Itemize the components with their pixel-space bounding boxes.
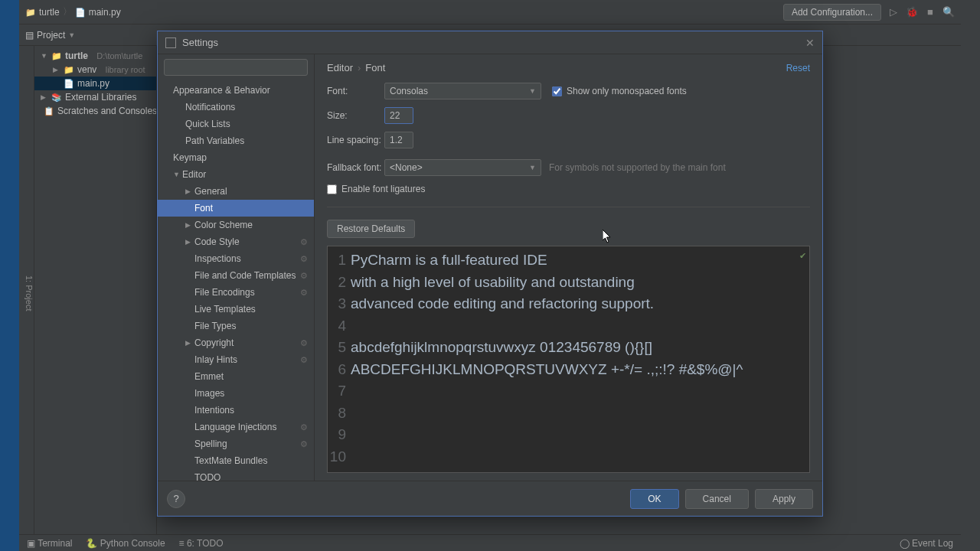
nav-color-scheme[interactable]: ▶Color Scheme (158, 217, 314, 233)
run-icon[interactable]: ▷ (887, 6, 900, 18)
nav-spelling[interactable]: Spelling⚙ (158, 435, 314, 452)
nav-file-templates[interactable]: File and Code Templates⚙ (158, 267, 314, 284)
fallback-select[interactable]: <None>▼ (384, 159, 541, 176)
folder-icon: ▤ (25, 30, 34, 41)
left-tool-tab[interactable]: 1: Project (19, 46, 34, 534)
monospace-checkbox[interactable] (552, 86, 562, 96)
nav-live-templates[interactable]: Live Templates (158, 301, 314, 318)
nav-quick-lists[interactable]: Quick Lists (158, 116, 314, 132)
chevron-down-icon: ▼ (41, 52, 48, 60)
apply-button[interactable]: Apply (755, 489, 813, 509)
project-label: Project (37, 30, 65, 41)
gear-icon: ⚙ (300, 237, 308, 247)
statusbar: ▣ Terminal 🐍 Python Console ≡ 6: TODO ◯ … (19, 534, 961, 551)
breadcrumb: turtle 〉 main.py (25, 5, 121, 18)
nav-emmet[interactable]: Emmet (158, 368, 314, 385)
library-icon: 📚 (51, 93, 62, 103)
nav-inspections[interactable]: Inspections⚙ (158, 250, 314, 267)
nav-appearance[interactable]: Appearance & Behavior (158, 82, 314, 99)
tree-root[interactable]: ▼📁turtle D:\tom\turtle (34, 49, 156, 63)
chevron-right-icon: ▶ (185, 339, 194, 347)
project-view-dropdown[interactable]: ▤ Project ▼ (25, 30, 75, 41)
settings-nav: Appearance & Behavior Notifications Quic… (158, 54, 315, 481)
gear-icon: ⚙ (300, 288, 308, 298)
nav-images[interactable]: Images (158, 385, 314, 402)
nav-language-injections[interactable]: Language Injections⚙ (158, 419, 314, 435)
python-console-tab[interactable]: 🐍 Python Console (86, 538, 165, 549)
scratch-icon: 📋 (44, 106, 54, 116)
font-label: Font: (327, 86, 384, 96)
chevron-right-icon: ▶ (185, 221, 194, 229)
nav-code-style[interactable]: ▶Code Style⚙ (158, 233, 314, 250)
nav-file-types[interactable]: File Types (158, 318, 314, 334)
size-label: Size: (327, 110, 384, 121)
nav-font[interactable]: Font (158, 200, 314, 217)
font-select[interactable]: Consolas▼ (384, 83, 541, 99)
gear-icon: ⚙ (300, 254, 308, 264)
restore-defaults-button[interactable]: Restore Defaults (327, 220, 415, 238)
nav-inlay-hints[interactable]: Inlay Hints⚙ (158, 351, 314, 368)
folder-icon: 📁 (51, 51, 62, 61)
check-icon: ✔ (799, 249, 806, 262)
python-file-icon (75, 7, 86, 18)
settings-search-input[interactable] (164, 59, 308, 76)
add-configuration-button[interactable]: Add Configuration... (783, 4, 881, 21)
event-log-tab[interactable]: ◯ Event Log (900, 538, 953, 549)
chevron-right-icon: ▶ (41, 93, 48, 101)
search-icon[interactable]: 🔍 (942, 6, 955, 18)
gear-icon: ⚙ (300, 439, 308, 449)
settings-dialog: Settings ✕ Appearance & Behavior Notific… (157, 31, 823, 517)
tree-venv[interactable]: ▶📁venv library root (34, 63, 156, 77)
project-tree: ▼📁turtle D:\tom\turtle ▶📁venv library ro… (34, 46, 157, 534)
nav-keymap[interactable]: Keymap (158, 149, 314, 166)
chevron-down-icon: ▼ (68, 31, 75, 39)
line-spacing-input[interactable] (384, 132, 413, 148)
settings-content: Editor › Font Reset Font: Consolas▼ Show… (315, 54, 822, 481)
python-file-icon: 📄 (64, 79, 74, 89)
chevron-right-icon: › (358, 62, 361, 73)
chevron-right-icon: ▶ (185, 238, 194, 246)
chevron-down-icon: ▼ (529, 164, 536, 171)
line-spacing-label: Line spacing: (327, 135, 384, 145)
nav-path-variables[interactable]: Path Variables (158, 132, 314, 149)
chevron-down-icon: ▼ (173, 171, 182, 178)
cancel-button[interactable]: Cancel (685, 489, 749, 509)
gear-icon: ⚙ (300, 355, 308, 365)
terminal-tab[interactable]: ▣ Terminal (27, 538, 72, 549)
debug-icon[interactable]: 🐞 (906, 6, 918, 18)
close-icon[interactable]: ✕ (805, 37, 815, 49)
stop-icon[interactable]: ■ (924, 6, 936, 18)
tree-external-libraries[interactable]: ▶📚External Libraries (34, 90, 156, 104)
todo-tab[interactable]: ≡ 6: TODO (179, 538, 224, 549)
nav-notifications[interactable]: Notifications (158, 99, 314, 116)
monospace-label: Show only monospaced fonts (567, 86, 687, 96)
tree-main-py[interactable]: 📄main.py (34, 77, 156, 90)
nav-file-encodings[interactable]: File Encodings⚙ (158, 284, 314, 301)
path-editor[interactable]: Editor (327, 62, 353, 73)
folder-icon (25, 7, 36, 18)
chevron-down-icon: ▼ (529, 87, 536, 95)
gear-icon: ⚙ (300, 422, 308, 432)
fallback-hint: For symbols not supported by the main fo… (549, 162, 726, 173)
reset-link[interactable]: Reset (786, 63, 810, 73)
dialog-header: Settings ✕ (158, 31, 822, 54)
ligatures-checkbox[interactable] (327, 184, 337, 194)
dialog-footer: ? OK Cancel Apply (158, 481, 822, 516)
nav-copyright[interactable]: ▶Copyright⚙ (158, 334, 314, 351)
nav-textmate-bundles[interactable]: TextMate Bundles (158, 452, 314, 469)
path-font: Font (365, 62, 385, 73)
help-button[interactable]: ? (167, 490, 185, 508)
breadcrumb-file[interactable]: main.py (89, 7, 121, 18)
size-input[interactable] (384, 107, 413, 124)
nav-todo[interactable]: TODO (158, 469, 314, 481)
folder-icon: 📁 (64, 65, 74, 75)
fallback-label: Fallback font: (327, 162, 384, 173)
ok-button[interactable]: OK (630, 489, 678, 509)
breadcrumb-root[interactable]: turtle (39, 7, 60, 18)
chevron-right-icon: ▶ (53, 66, 60, 73)
nav-general[interactable]: ▶General (158, 183, 314, 200)
nav-editor[interactable]: ▼Editor (158, 166, 314, 183)
tree-scratches[interactable]: 📋Scratches and Consoles (34, 104, 156, 118)
ligatures-label: Enable font ligatures (341, 184, 425, 194)
nav-intentions[interactable]: Intentions (158, 402, 314, 419)
